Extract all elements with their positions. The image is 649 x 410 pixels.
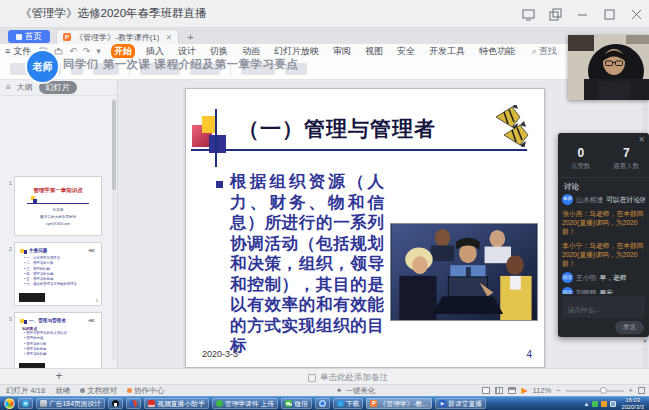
taskbar-button-qq[interactable] (108, 398, 123, 409)
add-slide-button[interactable]: + (0, 369, 118, 385)
screen-share-icon[interactable] (522, 8, 535, 21)
thumb2-bullet: 六、成功的管理者与有效的管理者 (24, 282, 101, 287)
start-button[interactable] (4, 398, 15, 409)
live-discussion-panel: ✕ 0 点赞数 7 观看人数 讨论 老师山水相逢可以在讨论区中输入发言张小燕：马… (558, 133, 649, 337)
document-tab[interactable]: P 《管理学》-教学课件(1) ✕ (56, 29, 179, 44)
thumb3-title-row: 一、管理与管理者 ⋘ (20, 317, 97, 324)
tab-close-icon[interactable]: ✕ (165, 33, 172, 42)
tab-slides[interactable]: 幻灯片 (39, 81, 77, 94)
slide-thumbnail-2[interactable]: 主要问题 ⋘ 一、认识管理与管理者二、管理者的分类三、管理的职能四、管理者的技能… (14, 242, 102, 306)
taskbar-button-label: 群课堂直播 (448, 399, 482, 409)
qq-live-icon: ▶ (439, 400, 446, 407)
panel-menu-icon[interactable]: ≡ (6, 83, 11, 92)
taskbar-button-wechat[interactable]: 微信 (281, 398, 312, 409)
reading-view-icon[interactable] (508, 387, 516, 394)
chat-message: 老师山水相逢可以在讨论区中输入发言 (562, 194, 645, 205)
taskbar-button-label: 下载 (346, 399, 360, 409)
chat-input[interactable] (566, 305, 641, 314)
zoom-in-button[interactable]: + (629, 386, 633, 395)
more-icon[interactable]: ▾ (96, 46, 101, 56)
live-stats: 0 点赞数 7 观看人数 (558, 146, 649, 178)
chat-message: 李小宁：马老师，在本群回2020(直播)课吗，为2020群！ (562, 241, 645, 269)
fish-clipart-icon: ⋘ (88, 318, 95, 323)
close-button[interactable] (630, 8, 643, 21)
undo-icon[interactable]: ↶ (69, 46, 77, 56)
panel-close-icon[interactable]: ✕ (638, 135, 645, 144)
menu-tab-开发工具[interactable]: 开发工具 (426, 44, 468, 59)
wps-home-button[interactable]: 首页 (8, 30, 50, 43)
file-menu-label: 文件 (13, 45, 31, 58)
zoom-slider-knob[interactable] (600, 387, 607, 394)
body-bullet-square (216, 181, 223, 188)
taskbar-button-wps[interactable]: P《管理学》-教... (366, 398, 432, 409)
slide-sorter-icon[interactable] (495, 387, 503, 394)
print-icon[interactable] (54, 47, 63, 56)
taskbar-button-ie[interactable]: e (18, 398, 33, 409)
thumb2-title: 主要问题 (29, 248, 47, 253)
zoom-slider[interactable] (566, 390, 624, 392)
status-left: 幻灯片 4/18 就绪 文档校对 协作中心 (6, 386, 164, 396)
taskbar-button-download[interactable]: ↓下载 (333, 398, 364, 409)
chat-text: 早，老师 (599, 273, 626, 282)
proofing-tool[interactable]: 文档校对 (80, 386, 117, 396)
tray-antivirus-icon[interactable] (592, 401, 598, 407)
slideshow-play-icon[interactable]: ▶ (521, 386, 527, 395)
taskbar-button-red-app[interactable]: 视频直播小助手 (144, 398, 209, 409)
menu-tab-视图[interactable]: 视图 (362, 44, 386, 59)
notes-placeholder-row[interactable]: 单击此处添加备注 (308, 372, 388, 384)
send-button[interactable]: 发送 (615, 321, 644, 334)
chat-text: 早安 (599, 288, 613, 294)
zoom-level: 112% (533, 386, 552, 395)
paste-tool-icon[interactable] (10, 63, 28, 75)
beautify-button[interactable]: ✦ 一键美化 (336, 386, 375, 396)
teacher-avatar-badge: 老师 (27, 51, 58, 82)
tray-network-icon[interactable] (610, 401, 616, 407)
collab-tool[interactable]: 协作中心 (127, 386, 164, 396)
menu-tab-安全[interactable]: 安全 (394, 44, 418, 59)
copy-window-icon[interactable] (549, 8, 562, 21)
tab-outline[interactable]: 大纲 (17, 82, 33, 93)
thumbnail-scrollbar[interactable] (112, 98, 116, 360)
file-menu[interactable]: ≡ 文件 (5, 45, 31, 58)
taskbar-button-folder[interactable]: 广告184页面设计 (36, 398, 105, 409)
taskbar-clock[interactable]: 16:03 2020/3/3 (621, 397, 644, 410)
slide-canvas[interactable]: （一）管理与管理者 根据组织资源（人力、财务、物和信息）所进行的一 (185, 88, 545, 368)
live-caption-text: 同学们 第一次课 课程介绍及第一章学习要点 (63, 57, 343, 72)
taskbar-button-green-app[interactable]: 管理学课件 上传 (212, 398, 278, 409)
chat-messages[interactable]: 老师山水相逢可以在讨论区中输入发言张小燕：马老师，在本群回2020(直播)课吗，… (558, 194, 649, 294)
taskbar-button-label: 《管理学》-教... (379, 399, 428, 409)
green-app-icon (216, 400, 223, 407)
redo-icon[interactable]: ↷ (83, 46, 91, 56)
teacher-webcam-video[interactable] (568, 35, 649, 100)
wps-icon: P (370, 400, 377, 407)
red-app-icon (148, 400, 155, 407)
zoom-out-button[interactable]: − (556, 386, 560, 395)
tray-expand-icon[interactable]: ▲ (583, 401, 589, 407)
ie-icon: e (22, 400, 29, 407)
tray-app-icon[interactable] (601, 401, 607, 407)
taskbar-button-player[interactable] (126, 398, 141, 409)
home-icon (16, 34, 22, 40)
menu-tab-特色功能[interactable]: 特色功能 (476, 44, 518, 59)
slide-indicator: 幻灯片 4/18 (6, 386, 45, 396)
slide-thumbnail-1[interactable]: 管理学第一章知识点 马老师重庆工商大学管理学院cym@163.com (14, 176, 102, 236)
wps-tab-bar: 首页 P 《管理学》-教学课件(1) ✕ + (0, 28, 649, 44)
collab-label: 协作中心 (134, 386, 164, 395)
thumb1-decoration (27, 196, 89, 204)
thumb2-bullets: 一、认识管理与管理者二、管理者的分类三、管理的职能四、管理者的技能五、管理者的角… (24, 256, 101, 288)
slide-decor-blue-square (209, 135, 226, 153)
taskbar-button-label: 微信 (294, 399, 308, 409)
normal-view-icon[interactable] (482, 387, 490, 394)
taskbar-button-blue-app[interactable] (315, 398, 330, 409)
slide-thumbnail-3[interactable]: 一、管理与管理者 ⋘ 知识要点 管理与管理者的定义和认识管理的内涵管理者的分类管… (14, 312, 102, 376)
minimize-button[interactable] (576, 8, 589, 21)
find-button[interactable]: ⌕ 查找 (532, 45, 557, 58)
fullscreen-icon[interactable] (638, 387, 645, 394)
maximize-button[interactable] (603, 8, 616, 21)
likes-stat: 0 点赞数 (558, 146, 604, 171)
taskbar-button-qq-live[interactable]: ▶群课堂直播 (435, 398, 486, 409)
notes-bar: + 单击此处添加备注 (0, 368, 649, 384)
slide-date: 2020-3-3 (202, 349, 238, 359)
document-tab-label: 《管理学》-教学课件(1) (75, 32, 159, 43)
new-tab-button[interactable]: + (187, 30, 193, 44)
